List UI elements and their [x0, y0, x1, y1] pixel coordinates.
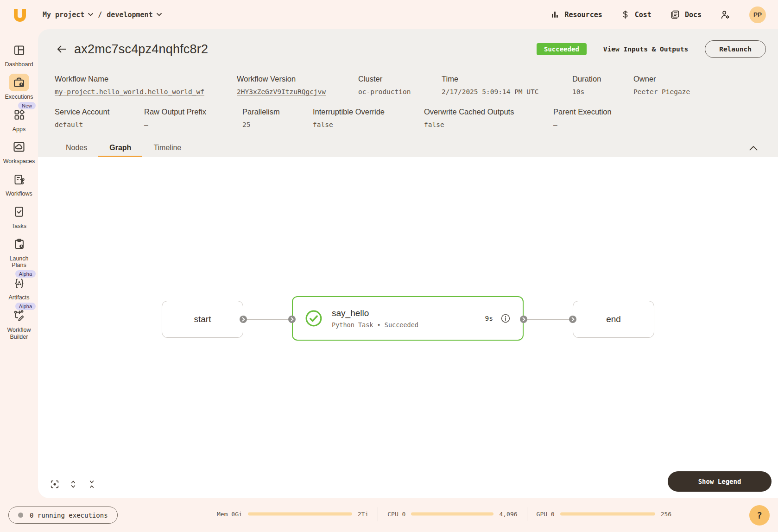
tab-graph[interactable]: Graph: [98, 139, 142, 157]
graph-edge: [243, 319, 292, 320]
end-node-label: end: [606, 314, 621, 324]
edge-connector-icon: [520, 316, 527, 323]
show-legend-button[interactable]: Show Legend: [668, 471, 772, 492]
new-badge: New: [18, 102, 36, 109]
gpu-meter-max: 256: [661, 511, 671, 518]
user-avatar[interactable]: PP: [749, 6, 766, 23]
top-nav: Resources Cost Docs PP: [550, 6, 766, 23]
memory-meter-max: 2Ti: [358, 511, 368, 518]
meta-interruptible-override: Interruptible Override false: [313, 108, 424, 128]
alpha-badge: Alpha: [15, 270, 36, 278]
sidebar-item-apps[interactable]: New Apps: [0, 106, 38, 133]
collapse-header-button[interactable]: [747, 142, 759, 154]
memory-meter: Mem 0Gi 2Ti: [217, 511, 368, 518]
help-label: ?: [757, 510, 762, 520]
sidebar-item-workspaces[interactable]: Workspaces: [0, 138, 38, 165]
sidebar-label: Tasks: [12, 223, 26, 230]
cpu-meter-label: CPU 0: [387, 511, 405, 518]
success-check-icon: [305, 310, 323, 327]
center-graph-button[interactable]: [49, 479, 60, 490]
sidebar-label: Artifacts: [8, 294, 29, 301]
tab-timeline[interactable]: Timeline: [142, 139, 192, 157]
task-node-subtitle: Python Task • Succeeded: [332, 321, 418, 329]
sidebar-item-workflows[interactable]: Workflows: [0, 171, 38, 197]
expand-nodes-button[interactable]: [68, 479, 79, 490]
meta-overwrite-cached-outputs: Overwrite Cached Outputs false: [424, 108, 553, 128]
edge-connector-icon: [569, 316, 576, 323]
sidebar-item-executions[interactable]: Executions: [0, 74, 38, 101]
avatar-initials: PP: [753, 11, 762, 18]
workflows-icon: [9, 171, 29, 188]
cpu-meter-max: 4,096: [499, 511, 517, 518]
launch-plans-icon: [9, 235, 29, 253]
sidebar-item-artifacts[interactable]: Alpha Artifacts: [0, 274, 38, 301]
sidebar-label: Launch Plans: [2, 255, 36, 269]
sidebar-item-workflow-builder[interactable]: Alpha Workflow Builder: [0, 307, 38, 341]
breadcrumb-separator: /: [98, 11, 102, 19]
graph-controls: [49, 479, 97, 490]
meter-divider: [378, 507, 378, 521]
sidebar: Dashboard Executions New: [0, 29, 38, 498]
running-executions-pill[interactable]: 0 running executions: [8, 507, 118, 524]
docs-label: Docs: [685, 11, 702, 19]
sidebar-item-dashboard[interactable]: Dashboard: [0, 41, 38, 68]
domain-selector[interactable]: development: [107, 11, 161, 19]
meta-owner: Owner Peeter Piegaze: [633, 75, 766, 95]
edge-connector-icon: [240, 316, 247, 323]
graph-node-say-hello[interactable]: say_hello Python Task • Succeeded 9s: [292, 296, 524, 341]
workflow-version-link[interactable]: 2HY3xZeGzV9ItzuRQgcjvw: [237, 88, 358, 95]
dashboard-icon: [9, 41, 29, 59]
sidebar-item-tasks[interactable]: Tasks: [0, 203, 38, 230]
gpu-meter-label: GPU 0: [537, 511, 555, 518]
sidebar-label: Executions: [5, 94, 33, 101]
chevron-up-icon: [749, 146, 758, 151]
metadata-row-1: Workflow Name my-project.hello_world.hel…: [55, 75, 766, 95]
memory-meter-bar: [248, 513, 352, 516]
workflow-graph-canvas[interactable]: start say_hello Python Task • Succeeded …: [38, 157, 778, 498]
status-dot-icon: [18, 513, 23, 518]
project-selector[interactable]: My project: [43, 11, 93, 19]
resources-button[interactable]: Resources: [550, 10, 602, 19]
arrow-left-icon: [56, 43, 68, 55]
chevron-down-icon: [88, 13, 93, 16]
docs-button[interactable]: Docs: [670, 10, 702, 19]
breadcrumb: My project / development: [43, 11, 162, 19]
info-icon[interactable]: [500, 313, 511, 323]
tab-nodes[interactable]: Nodes: [55, 139, 98, 157]
graph-node-end[interactable]: end: [573, 301, 654, 338]
workspaces-icon: [9, 138, 29, 156]
chevron-down-icon: [157, 13, 162, 16]
meta-time: Time 2/17/2025 5:09:14 PM UTC: [442, 75, 572, 95]
meta-cluster: Cluster oc-production: [358, 75, 442, 95]
sidebar-item-launch-plans[interactable]: Launch Plans: [0, 235, 38, 269]
meter-divider: [527, 507, 527, 521]
sidebar-label: Workspaces: [3, 158, 35, 165]
focus-center-icon: [50, 479, 60, 489]
unfold-vertical-icon: [69, 479, 78, 489]
meta-raw-output-prefix: Raw Output Prefix –: [144, 108, 242, 128]
back-button[interactable]: [55, 42, 69, 56]
sidebar-label: Workflow Builder: [2, 327, 36, 341]
tasks-icon: [9, 203, 29, 221]
execution-header: ax2mc7sc4pz4nqhfc8r2 Succeeded View Inpu…: [38, 29, 778, 157]
meta-workflow-name: Workflow Name my-project.hello_world.hel…: [55, 75, 237, 95]
user-gear-icon: [720, 10, 731, 20]
user-settings-button[interactable]: [720, 10, 731, 20]
workflow-name-link[interactable]: my-project.hello_world.hello_world_wf: [55, 88, 237, 95]
running-executions-label: 0 running executions: [30, 512, 108, 519]
union-logo[interactable]: [11, 6, 29, 24]
task-node-title: say_hello: [332, 308, 418, 318]
graph-node-start[interactable]: start: [162, 301, 243, 338]
sidebar-label: Apps: [13, 126, 26, 133]
relaunch-button[interactable]: Relaunch: [705, 40, 766, 58]
alpha-badge: Alpha: [15, 303, 36, 310]
app-shell: Dashboard Executions New: [0, 29, 778, 498]
cost-button[interactable]: Cost: [621, 10, 651, 19]
view-inputs-outputs-button[interactable]: View Inputs & Outputs: [603, 45, 688, 53]
cpu-meter-bar: [411, 513, 493, 516]
status-badge: Succeeded: [537, 43, 587, 55]
help-button[interactable]: ?: [749, 505, 770, 526]
resources-label: Resources: [564, 11, 602, 19]
collapse-nodes-button[interactable]: [86, 479, 97, 490]
edge-connector-icon: [288, 316, 296, 323]
